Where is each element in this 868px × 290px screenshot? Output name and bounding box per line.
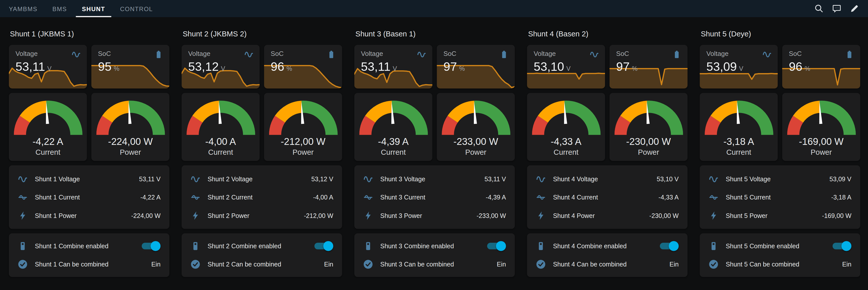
entity-row[interactable]: Shunt 5 Voltage 53,09 V [709, 170, 851, 188]
combine-toggle[interactable] [659, 241, 679, 251]
entities-card: Shunt 2 Voltage 53,12 V Shunt 2 Current … [182, 165, 342, 229]
power-gauge-card[interactable]: -169,00 W Power [782, 93, 860, 161]
combine-card: Shunt 1 Combine enabled Shunt 1 Can be c… [9, 233, 169, 277]
current-ac-icon [190, 192, 200, 202]
entity-row[interactable]: Shunt 4 Current -4,33 A [536, 188, 679, 206]
stat-value: 53,11 [361, 60, 391, 73]
current-gauge-card[interactable]: -4,39 A Current [354, 93, 432, 161]
entity-label: Shunt 3 Voltage [380, 176, 485, 182]
entity-label: Shunt 1 Can be combined [35, 261, 151, 267]
soc-card[interactable]: SoC 97 % [437, 45, 515, 88]
current-gauge-card[interactable]: -4,22 A Current [9, 93, 87, 161]
entity-row[interactable]: Shunt 3 Voltage 53,11 V [363, 170, 506, 188]
combine-toggle[interactable] [487, 241, 506, 251]
voltage-card[interactable]: Voltage 53,09 V [700, 45, 778, 88]
voltage-card[interactable]: Voltage 53,11 V [354, 45, 432, 88]
entity-row[interactable]: Shunt 4 Voltage 53,10 V [536, 170, 679, 188]
current-ac-icon [536, 192, 546, 202]
combine-toggle[interactable] [314, 241, 333, 251]
entity-label: Shunt 5 Can be combined [726, 261, 842, 267]
edit-dashboard-icon[interactable] [850, 4, 859, 13]
power-gauge-card[interactable]: -230,00 W Power [610, 93, 687, 161]
entity-row[interactable]: Shunt 3 Current -4,39 A [363, 188, 506, 206]
entity-row[interactable]: Shunt 1 Current -4,22 A [18, 188, 160, 206]
current-gauge-card[interactable]: -4,33 A Current [527, 93, 605, 161]
nav-tabs: YAMBMSBMSSHUNTCONTROL [9, 0, 153, 17]
entity-label: Shunt 2 Power [208, 212, 304, 219]
entity-row[interactable]: Shunt 1 Power -224,00 W [18, 206, 160, 224]
sine-wave-icon [18, 174, 28, 184]
tab-shunt[interactable]: SHUNT [82, 0, 105, 17]
tab-control[interactable]: CONTROL [120, 0, 153, 17]
stat-label: Voltage [706, 50, 728, 58]
tab-bms[interactable]: BMS [53, 0, 67, 17]
tab-yambms[interactable]: YAMBMS [9, 0, 37, 17]
entity-row[interactable]: Shunt 1 Voltage 53,11 V [18, 170, 160, 188]
entities-card: Shunt 3 Voltage 53,11 V Shunt 3 Current … [354, 165, 515, 229]
entity-row[interactable]: Shunt 5 Power -169,00 W [709, 206, 851, 224]
entity-row[interactable]: Shunt 5 Current -3,18 A [709, 188, 851, 206]
check-circle-icon [363, 259, 373, 269]
entity-row[interactable]: Shunt 1 Combine enabled [18, 237, 160, 255]
entity-row[interactable]: Shunt 2 Voltage 53,12 V [190, 170, 333, 188]
entity-row[interactable]: Shunt 5 Can be combined Ein [709, 255, 851, 273]
entity-label: Shunt 1 Power [35, 212, 131, 219]
shunt-columns: Shunt 1 (JKBMS 1) Voltage 53,11 V SoC 95… [0, 17, 868, 290]
entity-value: 53,10 V [657, 176, 679, 182]
entity-row[interactable]: Shunt 2 Can be combined Ein [190, 255, 333, 273]
stat-value: 53,10 [534, 60, 564, 73]
entity-row[interactable]: Shunt 4 Power -230,00 W [536, 206, 679, 224]
dashboard: YAMBMSBMSSHUNTCONTROL Shunt 1 (JKBMS 1) … [0, 0, 868, 290]
entity-row[interactable]: Shunt 3 Can be combined Ein [363, 255, 506, 273]
entity-label: Shunt 2 Combine enabled [208, 243, 314, 249]
soc-card[interactable]: SoC 97 % [610, 45, 687, 88]
entity-value: -4,00 A [313, 194, 333, 200]
combine-card: Shunt 3 Combine enabled Shunt 3 Can be c… [354, 233, 515, 277]
entity-row[interactable]: Shunt 2 Power -212,00 W [190, 206, 333, 224]
search-icon[interactable] [814, 4, 824, 13]
sine-wave-icon [190, 174, 200, 184]
gauge-label: Current [527, 148, 605, 156]
combine-toggle[interactable] [832, 241, 851, 251]
entity-row[interactable]: Shunt 2 Combine enabled [190, 237, 333, 255]
power-gauge-card[interactable]: -224,00 W Power [91, 93, 169, 161]
voltage-card[interactable]: Voltage 53,11 V [9, 45, 87, 88]
entity-state: Ein [324, 261, 333, 267]
current-gauge-card[interactable]: -3,18 A Current [700, 93, 778, 161]
gauge-value: -169,00 W [782, 137, 860, 147]
entity-row[interactable]: Shunt 3 Combine enabled [363, 237, 506, 255]
column-title: Shunt 5 (Deye) [701, 30, 860, 38]
entity-state: Ein [670, 261, 679, 267]
entity-row[interactable]: Shunt 5 Combine enabled [709, 237, 851, 255]
gauge-arc [787, 100, 856, 136]
battery-icon [327, 50, 336, 59]
current-gauge-card[interactable]: -4,00 A Current [182, 93, 259, 161]
entity-row[interactable]: Shunt 4 Combine enabled [536, 237, 679, 255]
power-gauge-card[interactable]: -233,00 W Power [437, 93, 515, 161]
entity-row[interactable]: Shunt 1 Can be combined Ein [18, 255, 160, 273]
entity-row[interactable]: Shunt 3 Power -233,00 W [363, 206, 506, 224]
entity-row[interactable]: Shunt 2 Current -4,00 A [190, 188, 333, 206]
battery-icon [499, 50, 509, 59]
assist-chat-icon[interactable] [832, 4, 841, 13]
stat-value: 97 [616, 60, 630, 73]
entity-value: -4,39 A [486, 194, 506, 200]
remote-icon [363, 241, 373, 251]
flash-icon [190, 210, 200, 220]
soc-card[interactable]: SoC 96 % [264, 45, 342, 88]
gauge-value: -233,00 W [437, 137, 515, 147]
voltage-card[interactable]: Voltage 53,12 V [182, 45, 259, 88]
soc-card[interactable]: SoC 96 % [782, 45, 860, 88]
flash-icon [18, 210, 28, 220]
voltage-card[interactable]: Voltage 53,10 V [527, 45, 605, 88]
power-gauge-card[interactable]: -212,00 W Power [264, 93, 342, 161]
remote-icon [536, 241, 546, 251]
entity-label: Shunt 1 Voltage [35, 176, 139, 182]
entity-label: Shunt 5 Combine enabled [726, 243, 832, 249]
soc-card[interactable]: SoC 95 % [91, 45, 169, 88]
entities-card: Shunt 1 Voltage 53,11 V Shunt 1 Current … [9, 165, 169, 229]
combine-toggle[interactable] [141, 241, 161, 251]
entity-value: -3,18 A [831, 194, 851, 200]
stat-value: 97 [443, 60, 457, 73]
entity-row[interactable]: Shunt 4 Can be combined Ein [536, 255, 679, 273]
